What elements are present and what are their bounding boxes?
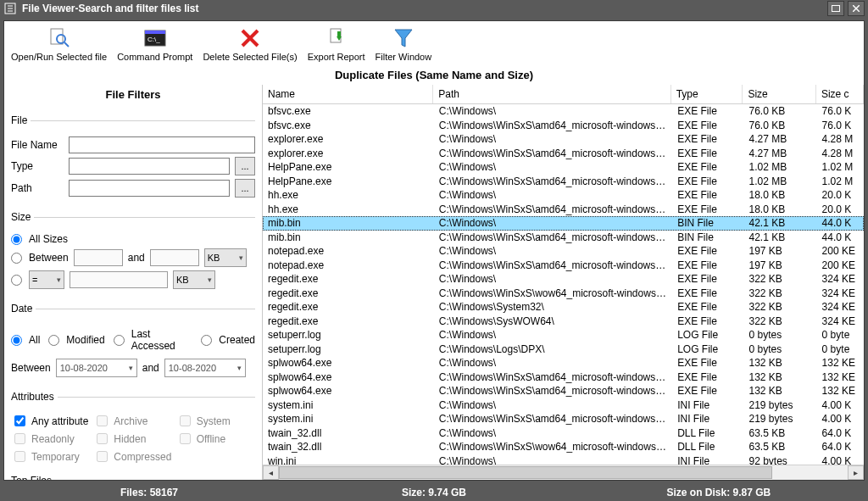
type-browse-button[interactable]: ... (235, 157, 255, 175)
attr-readonly-checkbox[interactable] (14, 433, 25, 444)
table-row[interactable]: mib.binC:\Windows\WinSxS\amd64_microsoft… (263, 231, 864, 245)
attr-hidden-checkbox[interactable] (97, 433, 108, 444)
cell-name: regedit.exe (263, 301, 434, 313)
size-between-radio[interactable] (11, 253, 22, 264)
table-row[interactable]: regedit.exeC:\Windows\EXE File322 KB324 … (263, 272, 864, 287)
cell-path: C:\Windows\WinSxS\wow64_microsoft-window… (434, 287, 672, 299)
cell-sod: 324 KE (817, 301, 864, 313)
filter-window-button[interactable]: Filter Window (372, 25, 436, 62)
cell-size: 132 KB (743, 357, 816, 369)
cell-type: EXE File (672, 203, 743, 215)
horizontal-scrollbar[interactable]: ◂ ▸ (263, 465, 864, 480)
attr-archive-checkbox[interactable] (97, 415, 108, 426)
table-row[interactable]: notepad.exeC:\Windows\WinSxS\amd64_micro… (263, 259, 864, 273)
size-from-input[interactable] (74, 249, 123, 266)
cell-type: EXE File (672, 371, 743, 383)
export-report-button[interactable]: Export Report (304, 25, 369, 62)
date-modified-radio[interactable] (48, 335, 59, 346)
open-run-button[interactable]: Open/Run Selected file (8, 25, 110, 62)
table-row[interactable]: splwow64.exeC:\Windows\EXE File132 KB132… (263, 356, 864, 370)
cell-size: 1.02 MB (743, 175, 816, 187)
topfiles-group: Top Files Select ▾ (11, 475, 255, 480)
size-all-label: All Sizes (29, 233, 68, 245)
size-to-input[interactable] (150, 249, 199, 266)
command-prompt-button[interactable]: C:\_ Command Prompt (114, 25, 196, 62)
table-row[interactable]: HelpPane.exeC:\Windows\WinSxS\amd64_micr… (263, 175, 864, 189)
size-unit-select-2[interactable]: KB▾ (173, 270, 215, 289)
attr-temporary-checkbox[interactable] (14, 451, 25, 462)
cell-type: EXE File (672, 189, 743, 201)
table-row[interactable]: system.iniC:\Windows\INI File219 bytes4.… (263, 398, 864, 413)
chevron-down-icon: ▾ (57, 276, 61, 284)
scroll-left-button[interactable]: ◂ (263, 465, 279, 480)
scroll-track[interactable] (279, 466, 848, 479)
scroll-thumb[interactable] (279, 466, 772, 479)
size-compare-radio[interactable] (11, 275, 22, 286)
cell-type: DLL File (672, 441, 743, 453)
attr-system-checkbox[interactable] (180, 415, 191, 426)
cell-name: regedit.exe (263, 287, 434, 299)
table-row[interactable]: splwow64.exeC:\Windows\WinSxS\amd64_micr… (263, 370, 864, 385)
type-input[interactable] (69, 158, 230, 175)
cell-name: system.ini (263, 413, 434, 425)
size-compare-select[interactable]: =▾ (29, 270, 64, 289)
size-compare-input[interactable] (70, 271, 168, 288)
cell-path: C:\Windows\ (434, 357, 672, 369)
attributes-group: Attributes Any attribute Archive System … (11, 391, 255, 465)
date-created-radio[interactable] (201, 335, 212, 346)
table-row[interactable]: setuperr.logC:\Windows\LOG File0 bytes0 … (263, 328, 864, 342)
col-path[interactable]: Path (433, 85, 670, 103)
size-between-label: Between (29, 252, 69, 264)
date-between-label: Between (11, 362, 51, 374)
table-row[interactable]: regedit.exeC:\Windows\WinSxS\wow64_micro… (263, 287, 864, 301)
cell-sod: 0 byte (817, 343, 864, 355)
table-row[interactable]: splwow64.exeC:\Windows\WinSxS\amd64_micr… (263, 384, 864, 398)
table-row[interactable]: regedit.exeC:\Windows\SysWOW64\EXE File3… (263, 315, 864, 329)
cell-path: C:\Windows\WinSxS\amd64_microsoft-window… (434, 413, 672, 425)
cell-type: LOG File (672, 343, 743, 355)
cell-name: win.ini (263, 455, 434, 465)
path-browse-button[interactable]: ... (235, 179, 255, 198)
table-row[interactable]: hh.exeC:\Windows\EXE File18.0 KB20.0 K (263, 188, 864, 203)
cell-name: splwow64.exe (263, 385, 434, 397)
table-row[interactable]: system.iniC:\Windows\WinSxS\amd64_micros… (263, 412, 864, 426)
table-row[interactable]: twain_32.dllC:\Windows\WinSxS\wow64_micr… (263, 440, 864, 454)
table-row[interactable]: setuperr.logC:\Windows\Logs\DPX\LOG File… (263, 342, 864, 357)
table-row[interactable]: hh.exeC:\Windows\WinSxS\amd64_microsoft-… (263, 203, 864, 217)
col-size[interactable]: Size (743, 85, 816, 103)
col-size-on-disk[interactable]: Size c (816, 85, 864, 103)
date-to-picker[interactable]: 10-08-2020▾ (164, 359, 246, 377)
filename-input[interactable] (69, 136, 255, 153)
cell-size: 0 bytes (743, 329, 816, 341)
table-row[interactable]: bfsvc.exeC:\Windows\WinSxS\amd64_microso… (263, 119, 864, 133)
delete-button[interactable]: Delete Selected File(s) (199, 25, 300, 62)
table-row[interactable]: regedit.exeC:\Windows\System32\EXE File3… (263, 300, 864, 315)
table-row[interactable]: bfsvc.exeC:\Windows\EXE File76.0 KB76.0 … (263, 104, 864, 119)
table-row[interactable]: win.iniC:\Windows\INI File92 bytes4.00 K (263, 454, 864, 465)
funnel-icon (392, 26, 415, 50)
scroll-right-button[interactable]: ▸ (848, 465, 864, 480)
window-close-button[interactable] (848, 1, 865, 16)
attr-any-checkbox[interactable] (14, 415, 25, 426)
table-row[interactable]: explorer.exeC:\Windows\EXE File4.27 MB4.… (263, 132, 864, 147)
path-input[interactable] (69, 180, 230, 197)
cell-type: EXE File (672, 385, 743, 397)
table-row[interactable]: explorer.exeC:\Windows\WinSxS\amd64_micr… (263, 147, 864, 161)
table-row[interactable]: notepad.exeC:\Windows\EXE File197 KB200 … (263, 244, 864, 259)
date-from-picker[interactable]: 10-08-2020▾ (56, 359, 137, 377)
attr-offline-checkbox[interactable] (180, 433, 191, 444)
window-maximize-button[interactable] (827, 1, 844, 16)
cell-type: EXE File (672, 133, 743, 145)
col-name[interactable]: Name (263, 85, 433, 103)
grid-body[interactable]: bfsvc.exeC:\Windows\EXE File76.0 KB76.0 … (263, 104, 864, 465)
size-all-radio[interactable] (11, 234, 22, 245)
col-type[interactable]: Type (671, 85, 743, 103)
attr-compressed-checkbox[interactable] (97, 451, 108, 462)
table-row[interactable]: mib.binC:\Windows\BIN File42.1 KB44.0 K (263, 216, 864, 231)
date-lastaccessed-radio[interactable] (114, 335, 125, 346)
size-group: Size All Sizes Between and KB▾ (11, 211, 255, 292)
size-unit-select-1[interactable]: KB▾ (204, 248, 247, 267)
date-all-radio[interactable] (11, 335, 22, 346)
table-row[interactable]: HelpPane.exeC:\Windows\EXE File1.02 MB1.… (263, 160, 864, 175)
table-row[interactable]: twain_32.dllC:\Windows\DLL File63.5 KB64… (263, 426, 864, 441)
